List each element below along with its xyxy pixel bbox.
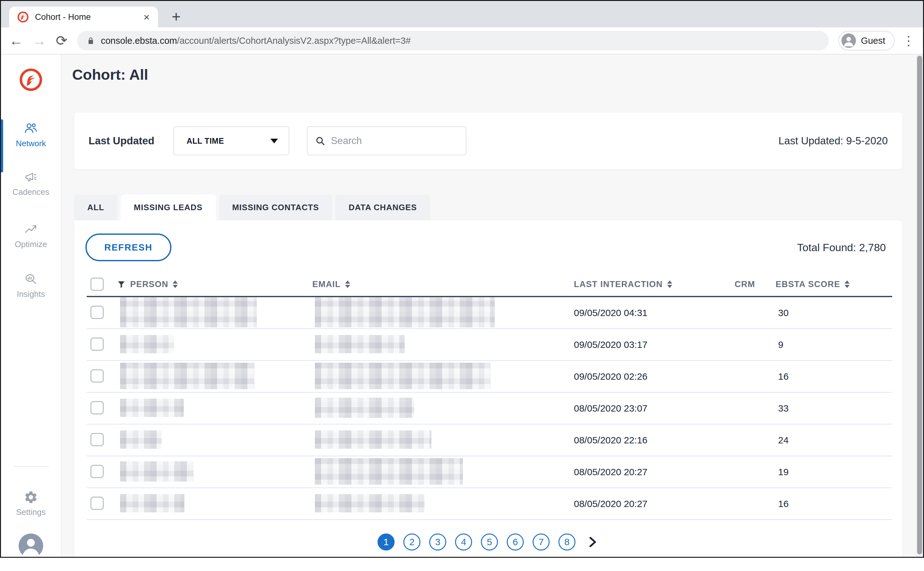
ebsta-logo-icon[interactable]: [19, 68, 43, 92]
chevron-down-icon: [270, 139, 278, 144]
redacted-person-name: [120, 399, 184, 417]
row-checkbox-cell: [87, 497, 117, 511]
sidebar-divider: [14, 466, 49, 467]
tab-data-changes[interactable]: DATA CHANGES: [335, 194, 430, 220]
browser-toolbar: ← → ⟳ console.ebsta.com/account/alerts/C…: [1, 28, 923, 54]
table-header-row: PERSON EMAIL LAST INTERACTION CRM: [87, 273, 892, 297]
pagination-page-4[interactable]: 4: [455, 534, 472, 551]
page-title: Cohort: All: [72, 66, 148, 83]
tab-close-icon[interactable]: ×: [143, 12, 150, 22]
column-header-person[interactable]: PERSON: [117, 279, 312, 289]
pagination-page-7[interactable]: 7: [532, 534, 550, 551]
cohort-tabs: ALL MISSING LEADS MISSING CONTACTS DATA …: [74, 194, 430, 220]
redacted-email: [315, 297, 495, 327]
last-updated-timestamp: Last Updated: 9-5-2020: [778, 135, 888, 147]
redacted-email: [315, 335, 405, 353]
pagination-page-6[interactable]: 6: [507, 534, 524, 551]
back-icon[interactable]: ←: [9, 34, 23, 48]
sidebar-item-label: Insights: [17, 289, 45, 299]
sidebar-item-network[interactable]: Network: [1, 121, 61, 148]
column-header-crm: CRM: [734, 279, 776, 289]
row-checkbox[interactable]: [91, 497, 104, 510]
search-box[interactable]: [307, 127, 466, 155]
sort-icon[interactable]: [845, 281, 850, 288]
search-input[interactable]: [331, 135, 458, 147]
person-cell: [117, 297, 312, 329]
pagination-page-2[interactable]: 2: [403, 534, 420, 551]
tab-missing-leads[interactable]: MISSING LEADS: [121, 194, 216, 220]
redacted-email: [315, 494, 425, 512]
column-header-last-interaction[interactable]: LAST INTERACTION: [574, 279, 734, 289]
filter-funnel-icon[interactable]: [117, 280, 126, 289]
redacted-email: [315, 458, 463, 485]
email-cell: [312, 398, 574, 419]
row-checkbox[interactable]: [91, 338, 104, 351]
column-header-ebsta-score[interactable]: EBSTA SCORE: [776, 279, 892, 289]
table-body: 09/05/2020 04:31 30 09/05/2020 03:17 9 0…: [87, 297, 892, 520]
refresh-button[interactable]: REFRESH: [85, 233, 171, 261]
last-interaction-cell: 08/05/2020 22:16: [574, 435, 734, 446]
browser-tab[interactable]: Cohort - Home ×: [9, 7, 158, 28]
time-range-dropdown[interactable]: ALL TIME: [173, 127, 289, 155]
pagination-page-1[interactable]: 1: [378, 534, 395, 551]
pagination-page-8[interactable]: 8: [558, 534, 575, 551]
row-checkbox[interactable]: [91, 306, 104, 319]
user-avatar[interactable]: [19, 534, 43, 558]
results-panel: REFRESH Total Found: 2,780 PERSON EMAIL: [74, 220, 902, 557]
sort-icon[interactable]: [345, 281, 350, 288]
redacted-email: [315, 363, 491, 389]
sidebar-item-insights[interactable]: Insights: [1, 272, 61, 299]
column-header-email[interactable]: EMAIL: [312, 279, 574, 289]
sidebar-item-settings[interactable]: Settings: [1, 490, 61, 517]
pagination-page-3[interactable]: 3: [429, 534, 446, 551]
new-tab-button[interactable]: +: [172, 8, 180, 25]
browser-profile-button[interactable]: Guest: [838, 31, 895, 51]
sidebar-item-optimize[interactable]: Optimize: [1, 222, 61, 249]
email-cell: [312, 297, 574, 329]
lock-icon: [86, 36, 95, 45]
table-row: 08/05/2020 23:07 33: [87, 393, 892, 424]
ebsta-score-cell: 30: [776, 307, 892, 318]
redacted-email: [315, 431, 432, 449]
tab-missing-contacts[interactable]: MISSING CONTACTS: [219, 194, 332, 220]
pagination-next-button[interactable]: [586, 536, 599, 548]
pagination-page-5[interactable]: 5: [481, 534, 498, 551]
url-text: console.ebsta.com/account/alerts/CohortA…: [101, 35, 410, 46]
last-interaction-value: 08/05/2020 23:07: [574, 403, 648, 414]
column-label: PERSON: [130, 279, 168, 289]
filter-bar: Last Updated ALL TIME Last Updated: 9-5-…: [74, 113, 902, 169]
ebsta-favicon-icon: [17, 11, 29, 23]
reload-icon[interactable]: ⟳: [56, 34, 68, 48]
row-checkbox[interactable]: [91, 465, 104, 478]
tab-all[interactable]: ALL: [74, 194, 117, 220]
person-cell: [117, 461, 312, 483]
last-interaction-cell: 08/05/2020 23:07: [574, 403, 734, 414]
redacted-person-name: [120, 297, 257, 327]
email-cell: [312, 494, 574, 514]
last-interaction-cell: 09/05/2020 04:31: [574, 307, 734, 318]
sidebar-item-cadences[interactable]: Cadences: [1, 170, 61, 197]
ebsta-score-value: 30: [778, 307, 788, 318]
sidebar-item-label: Optimize: [15, 239, 47, 249]
row-checkbox[interactable]: [91, 401, 104, 414]
redacted-person-name: [120, 335, 174, 353]
scrollbar-track: [916, 54, 923, 557]
ebsta-score-cell: 16: [776, 498, 892, 509]
sort-icon[interactable]: [667, 281, 672, 288]
address-bar[interactable]: console.ebsta.com/account/alerts/CohortA…: [77, 31, 829, 51]
row-checkbox[interactable]: [91, 369, 104, 383]
sidebar-item-label: Network: [16, 139, 46, 148]
sort-icon[interactable]: [173, 281, 178, 288]
scrollbar-thumb[interactable]: [917, 56, 922, 554]
last-updated-filter-label: Last Updated: [89, 135, 154, 147]
select-all-checkbox[interactable]: [91, 278, 104, 291]
row-checkbox[interactable]: [91, 433, 104, 446]
insights-magnifier-icon: [24, 272, 38, 287]
email-cell: [312, 335, 574, 355]
redacted-person-name: [120, 494, 184, 512]
row-checkbox-cell: [87, 306, 117, 320]
ebsta-score-value: 9: [778, 340, 784, 350]
ebsta-score-value: 16: [778, 498, 788, 509]
last-interaction-cell: 09/05/2020 02:26: [574, 371, 734, 382]
browser-menu-icon[interactable]: ⋮: [902, 34, 915, 47]
